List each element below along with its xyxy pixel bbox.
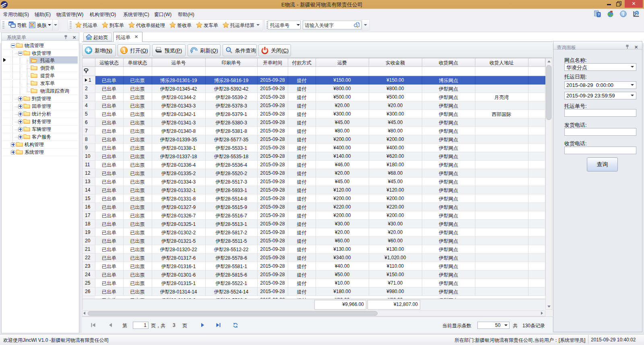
svg-text:?: ? [598,12,600,17]
